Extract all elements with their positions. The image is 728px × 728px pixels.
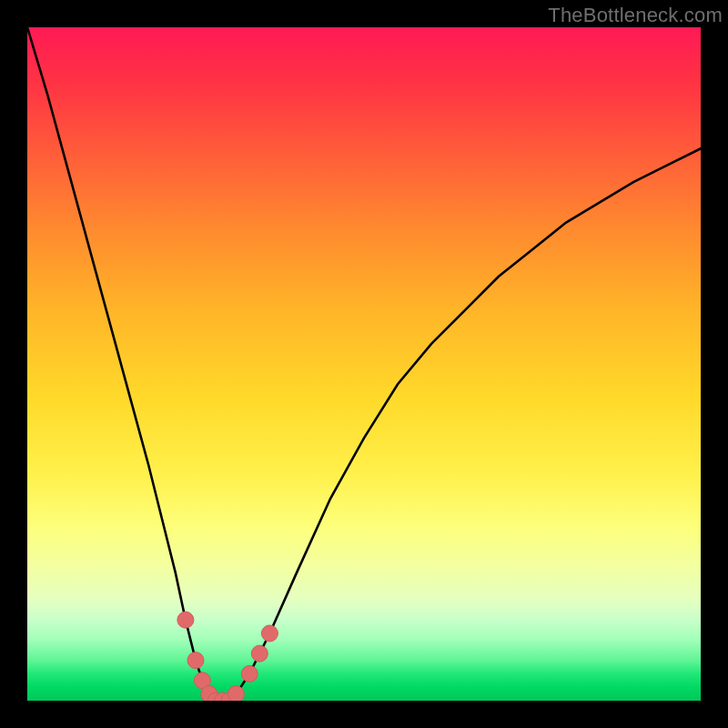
curve-marker <box>251 645 268 662</box>
plot-area <box>27 27 701 701</box>
curve-marker <box>241 665 258 682</box>
bottleneck-markers <box>177 612 278 701</box>
curve-marker <box>177 612 194 628</box>
curve-marker <box>261 625 278 642</box>
curve-layer <box>27 27 701 701</box>
curve-marker <box>228 686 244 701</box>
bottleneck-curve <box>27 27 701 701</box>
curve-marker <box>187 652 204 669</box>
chart-frame: TheBottleneck.com <box>0 0 728 728</box>
watermark-text: TheBottleneck.com <box>548 4 723 27</box>
